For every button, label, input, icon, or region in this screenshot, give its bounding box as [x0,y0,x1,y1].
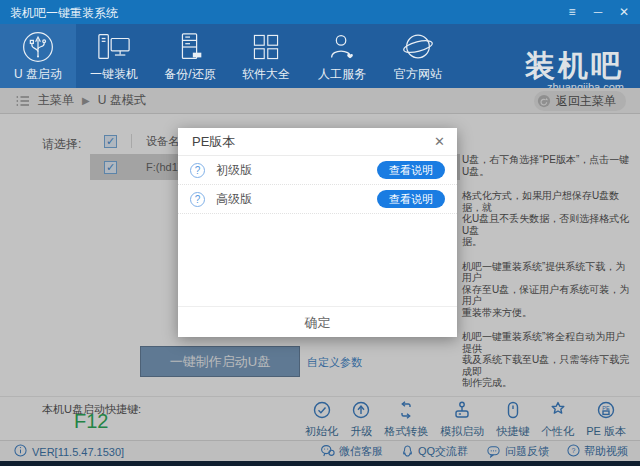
pe-option-label: 初级版 [216,162,252,179]
nav-label: 备份/还原 [164,66,215,83]
main-nav: U 盘启动 一键装机 备份/还原 软件大全 人工服务 [0,24,640,88]
pe-option-row-advanced[interactable]: ? 高级版 查看说明 [178,185,457,214]
nav-label: 软件大全 [242,66,290,83]
globe-icon [401,29,435,65]
nav-item-usb-boot[interactable]: U 盘启动 [0,24,76,88]
app-window: 装机吧一键重装系统 ≡ ─ ✕ U 盘启动 一键装机 备份/还原 [0,0,640,466]
view-details-button[interactable]: 查看说明 [377,161,445,179]
nav-label: 官方网站 [394,66,442,83]
window-title: 装机吧一键重装系统 [10,5,118,22]
menu-icon[interactable]: ≡ [564,5,580,19]
apps-grid-icon [250,29,282,65]
nav-item-service[interactable]: 人工服务 [304,24,380,88]
nav-item-one-key-install[interactable]: 一键装机 [76,24,152,88]
pe-option-label: 高级版 [216,191,252,208]
minimize-icon[interactable]: ─ [590,5,606,19]
person-icon [325,29,359,65]
server-icon [173,29,207,65]
brand-logo: 装机吧 zhuangjiba.com [525,51,624,93]
dialog-body-spacer [178,214,457,306]
dialog-close-icon[interactable]: ✕ [434,134,445,149]
pe-option-row-basic[interactable]: ? 初级版 查看说明 [178,156,457,185]
nav-label: 一键装机 [90,66,138,83]
nav-label: U 盘启动 [14,66,62,83]
pe-version-dialog: PE版本 ✕ ? 初级版 查看说明 ? 高级版 查看说明 确定 [178,128,457,337]
brand-name: 装机吧 [525,51,624,81]
nav-item-website[interactable]: 官方网站 [380,24,456,88]
question-circle-icon: ? [190,163,205,178]
close-icon[interactable]: ✕ [616,5,632,19]
nav-label: 人工服务 [318,66,366,83]
window-controls: ≡ ─ ✕ [564,0,632,24]
dialog-header: PE版本 ✕ [178,128,457,156]
dialog-title: PE版本 [192,133,235,151]
usb-icon [21,29,55,65]
confirm-button[interactable]: 确定 [178,306,457,337]
nav-item-backup-restore[interactable]: 备份/还原 [152,24,228,88]
question-circle-icon: ? [190,192,205,207]
title-bar: 装机吧一键重装系统 ≡ ─ ✕ [0,0,640,24]
nav-item-software[interactable]: 软件大全 [228,24,304,88]
view-details-button[interactable]: 查看说明 [377,190,445,208]
computer-icon [94,29,134,65]
